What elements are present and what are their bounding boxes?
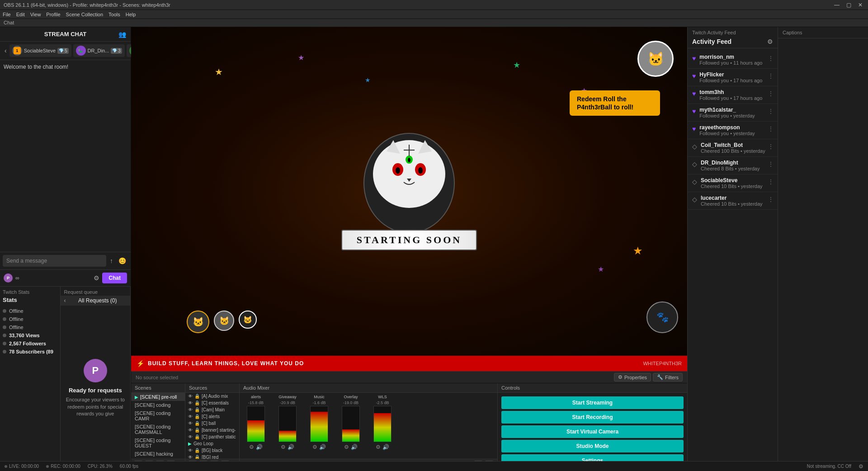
all-requests-prev-button[interactable]: ‹: [64, 297, 66, 304]
channel-settings-alerts[interactable]: ⚙: [249, 444, 254, 450]
more-icon-2[interactable]: ⋮: [768, 72, 774, 80]
lock-icon-3[interactable]: 🔒: [194, 407, 200, 412]
prev-user-button[interactable]: ‹: [4, 46, 8, 55]
more-icon-8[interactable]: ⋮: [768, 178, 774, 185]
channel-mute-wls[interactable]: 🔊: [382, 444, 389, 450]
filters-button[interactable]: 🔧 Filters: [653, 373, 683, 382]
activity-name-9: lucecarter: [701, 195, 773, 201]
source-item-alerts[interactable]: 👁 🔒 [C] alerts: [185, 413, 239, 420]
more-icon-6[interactable]: ⋮: [768, 143, 774, 150]
channel-alerts: alerts -15.8 dB ⚙ 🔊: [241, 395, 270, 457]
activity-name-8: SociableSteve: [701, 177, 773, 184]
source-item-essentials[interactable]: 👁 🔒 [C] essentials: [185, 400, 239, 406]
scene-item-hacking[interactable]: [SCENE] hacking: [131, 450, 185, 458]
menu-tools[interactable]: Tools: [108, 12, 120, 17]
channel-mute-alerts[interactable]: 🔊: [256, 444, 263, 450]
source-item-banner[interactable]: 👁 🔒 [banner] starting-: [185, 427, 239, 433]
scene-item-coding-camr[interactable]: [SCENE] coding CAMR: [131, 409, 185, 423]
more-icon-5[interactable]: ⋮: [768, 125, 774, 132]
source-item-bg-red[interactable]: 👁 🔒 [BG] red: [185, 454, 239, 459]
menu-edit[interactable]: Edit: [16, 12, 25, 17]
source-item-cam-main[interactable]: 👁 🔒 [Cam] Main: [185, 406, 239, 413]
channel-settings-music[interactable]: ⚙: [312, 444, 317, 450]
eye-icon-5[interactable]: 👁: [188, 421, 193, 426]
stream-chat-title: STREAM CHAT: [44, 31, 87, 38]
source-item-audio-mix[interactable]: 👁 🔒 [A] Audio mix: [185, 393, 239, 400]
channel-meter-giveaway: [278, 406, 297, 442]
stat-row-subscribers: 78 Subscribers (89: [3, 348, 57, 356]
channel-mute-giveaway[interactable]: 🔊: [288, 444, 294, 450]
upload-icon[interactable]: ↑: [108, 256, 115, 265]
close-button[interactable]: ✕: [856, 2, 864, 8]
more-icon-3[interactable]: ⋮: [768, 90, 774, 97]
start-recording-button[interactable]: Start Recording: [501, 411, 684, 424]
eye-icon-3[interactable]: 👁: [188, 407, 193, 412]
start-streaming-button[interactable]: Start Streaming: [501, 396, 684, 409]
no-source-label: No source selected: [136, 375, 178, 380]
channel-mute-music[interactable]: 🔊: [319, 444, 326, 450]
activity-detail-6: Cheered 100 Bits • yesterday: [701, 148, 773, 154]
eye-icon-7[interactable]: 👁: [188, 434, 193, 439]
channel-db-wls: -2.5 dB: [376, 400, 389, 405]
scene-item-coding[interactable]: [SCENE] coding: [131, 401, 185, 409]
user-card-2[interactable]: 🦕 DR_Din... 💎 3: [73, 44, 125, 57]
menu-view[interactable]: View: [30, 12, 41, 17]
more-icon-4[interactable]: ⋮: [768, 108, 774, 115]
properties-button[interactable]: ⚙ Properties: [614, 373, 651, 382]
minimize-button[interactable]: —: [833, 2, 841, 8]
channel-settings-overlay[interactable]: ⚙: [344, 444, 349, 450]
chat-button[interactable]: Chat: [102, 273, 127, 283]
channel-settings-giveaway[interactable]: ⚙: [281, 444, 286, 450]
lock-icon-6[interactable]: 🔒: [194, 428, 200, 433]
activity-list: ♥ morrison_nm Followed you • 11 hours ag…: [688, 48, 778, 471]
ready-title: Ready for requests: [69, 387, 122, 394]
add-user-icon[interactable]: 👥: [118, 31, 126, 38]
channel-settings-wls[interactable]: ⚙: [376, 444, 381, 450]
channel-db-alerts: -15.8 dB: [248, 400, 264, 405]
lock-icon[interactable]: 🔒: [194, 394, 200, 399]
eye-icon-8[interactable]: 👁: [188, 448, 193, 453]
chat-settings-button[interactable]: ⚙: [94, 274, 99, 282]
start-virtual-camera-button[interactable]: Start Virtual Camera: [501, 425, 684, 438]
menu-help[interactable]: Help: [126, 12, 136, 17]
eye-icon-9[interactable]: 👁: [188, 455, 193, 459]
stat-dot-6: [3, 350, 6, 353]
menu-profile[interactable]: Profile: [46, 12, 60, 17]
studio-mode-button[interactable]: Studio Mode: [501, 440, 684, 452]
more-icon-1[interactable]: ⋮: [768, 55, 774, 62]
scenes-list: ▶ [SCENE] pre-roll [SCENE] coding [SCENE…: [131, 393, 185, 459]
lock-icon-4[interactable]: 🔒: [194, 414, 200, 419]
eye-icon[interactable]: 👁: [188, 394, 193, 399]
activity-item-rayeethompson: ♥ rayeethompson Followed you • yesterday…: [688, 122, 778, 139]
activity-settings-button[interactable]: ⚙: [767, 38, 773, 45]
stat-dot-5: [3, 342, 6, 345]
eye-icon-6[interactable]: 👁: [188, 428, 193, 433]
channel-meter-overlay: [342, 406, 360, 442]
emote-icon[interactable]: 😊: [117, 256, 128, 265]
status-settings-button[interactable]: ⚙: [859, 463, 863, 470]
maximize-button[interactable]: ▢: [844, 2, 853, 8]
meter-fill-overlay: [342, 429, 359, 442]
eye-icon-2[interactable]: 👁: [188, 400, 193, 405]
scene-item-coding-camsmall[interactable]: [SCENE] coding CAMSMALL: [131, 423, 185, 436]
source-item-panther-static[interactable]: 👁 🔒 [C] panther static: [185, 433, 239, 440]
eye-icon-4[interactable]: 👁: [188, 414, 193, 419]
channel-db-music: -1.6 dB: [312, 400, 326, 405]
lock-icon-2[interactable]: 🔒: [194, 400, 200, 405]
chat-message-input[interactable]: [3, 255, 106, 267]
channel-mute-overlay[interactable]: 🔊: [351, 444, 358, 450]
lock-icon-5[interactable]: 🔒: [194, 421, 200, 426]
menu-file[interactable]: File: [3, 12, 11, 17]
scene-item-pre-roll[interactable]: ▶ [SCENE] pre-roll: [131, 393, 185, 401]
more-icon-9[interactable]: ⋮: [768, 196, 774, 203]
source-item-ball[interactable]: 👁 🔒 [C] ball: [185, 420, 239, 427]
more-icon-7[interactable]: ⋮: [768, 160, 774, 168]
lock-icon-9[interactable]: 🔒: [194, 455, 200, 459]
lock-icon-8[interactable]: 🔒: [194, 448, 200, 453]
source-item-bg-black[interactable]: 👁 🔒 [BG] black: [185, 447, 239, 454]
lock-icon-7[interactable]: 🔒: [194, 434, 200, 439]
source-item-geo-loop[interactable]: ▶ Geo Loop: [185, 440, 239, 447]
user-card-1[interactable]: 1 SociableSteve 💎 5: [9, 44, 71, 57]
scene-item-coding-guest[interactable]: [SCENE] coding GUEST: [131, 436, 185, 450]
menu-scene-collection[interactable]: Scene Collection: [66, 12, 104, 17]
